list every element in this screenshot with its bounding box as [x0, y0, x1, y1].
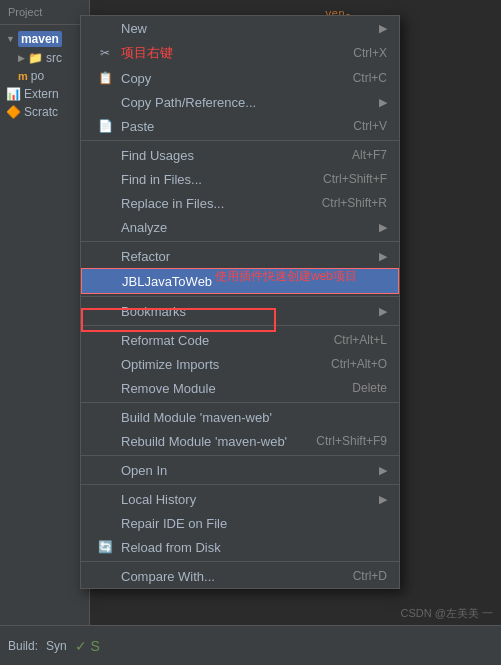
menu-item-open-in-left: Open In	[97, 462, 167, 478]
build-module-icon	[97, 409, 113, 425]
maven-label: maven	[18, 31, 62, 47]
menu-item-find-files-left: Find in Files...	[97, 171, 202, 187]
local-history-icon	[97, 491, 113, 507]
menu-item-copy-path-left: Copy Path/Reference...	[97, 94, 256, 110]
menu-item-copy-left: 📋 Copy	[97, 70, 151, 86]
bookmarks-arrow: ▶	[379, 305, 387, 318]
menu-item-optimize-left: Optimize Imports	[97, 356, 219, 372]
scratch-label: Scratc	[24, 105, 58, 119]
tree-item-extern[interactable]: 📊 Extern	[0, 85, 89, 103]
menu-item-reload[interactable]: 🔄 Reload from Disk	[81, 535, 399, 559]
menu-item-replace-files[interactable]: Replace in Files... Ctrl+Shift+R	[81, 191, 399, 215]
refactor-arrow: ▶	[379, 250, 387, 263]
separator-7	[81, 484, 399, 485]
find-usages-icon	[97, 147, 113, 163]
open-in-arrow: ▶	[379, 464, 387, 477]
menu-item-paste-label: Paste	[121, 119, 154, 134]
jbl-icon	[98, 273, 114, 289]
copy-path-icon	[97, 94, 113, 110]
menu-item-copy-path[interactable]: Copy Path/Reference... ▶	[81, 90, 399, 114]
menu-item-reformat-left: Reformat Code	[97, 332, 209, 348]
menu-item-bookmarks-label: Bookmarks	[121, 304, 186, 319]
menu-item-rename[interactable]: ✂ 项目右键 Ctrl+X	[81, 40, 399, 66]
tree-item-src[interactable]: ▶ 📁 src	[0, 49, 89, 67]
copy-icon: 📋	[97, 70, 113, 86]
menu-item-local-history[interactable]: Local History ▶	[81, 487, 399, 511]
menu-item-copy-path-label: Copy Path/Reference...	[121, 95, 256, 110]
copy-shortcut: Ctrl+C	[353, 71, 387, 85]
menu-item-rename-label: 项目右键	[121, 44, 173, 62]
cut-icon: ✂	[97, 45, 113, 61]
compare-shortcut: Ctrl+D	[353, 569, 387, 583]
menu-item-paste[interactable]: 📄 Paste Ctrl+V	[81, 114, 399, 138]
sidebar-tree: ▼ maven ▶ 📁 src m po 📊 Extern 🔶 Scratc	[0, 25, 89, 125]
menu-item-local-history-left: Local History	[97, 491, 196, 507]
build-label: Build:	[8, 639, 38, 653]
menu-item-bookmarks-left: Bookmarks	[97, 303, 186, 319]
menu-item-new-label: New	[121, 21, 147, 36]
rebuild-module-icon	[97, 433, 113, 449]
analyze-arrow: ▶	[379, 221, 387, 234]
find-usages-shortcut: Alt+F7	[352, 148, 387, 162]
remove-module-shortcut: Delete	[352, 381, 387, 395]
menu-item-find-files[interactable]: Find in Files... Ctrl+Shift+F	[81, 167, 399, 191]
scratch-icon: 🔶	[6, 105, 21, 119]
menu-item-reload-label: Reload from Disk	[121, 540, 221, 555]
sidebar-header: Project	[0, 0, 89, 25]
repair-ide-icon	[97, 515, 113, 531]
rebuild-module-shortcut: Ctrl+Shift+F9	[316, 434, 387, 448]
tree-item-pom[interactable]: m po	[0, 67, 89, 85]
menu-item-rebuild-module[interactable]: Rebuild Module 'maven-web' Ctrl+Shift+F9	[81, 429, 399, 453]
tree-item-maven[interactable]: ▼ maven	[0, 29, 89, 49]
bookmarks-icon	[97, 303, 113, 319]
menu-item-compare[interactable]: Compare With... Ctrl+D	[81, 564, 399, 588]
watermark: CSDN @左美美 一	[401, 606, 493, 621]
ide-background: Project ▼ maven ▶ 📁 src m po 📊 Extern 🔶 …	[0, 0, 501, 665]
separator-5	[81, 402, 399, 403]
menu-item-replace-files-left: Replace in Files...	[97, 195, 224, 211]
separator-2	[81, 241, 399, 242]
menu-item-build-module[interactable]: Build Module 'maven-web'	[81, 405, 399, 429]
menu-item-refactor-left: Refactor	[97, 248, 170, 264]
reload-icon: 🔄	[97, 539, 113, 555]
menu-item-rebuild-module-label: Rebuild Module 'maven-web'	[121, 434, 287, 449]
menu-item-jbl-label: JBLJavaToWeb	[122, 274, 212, 289]
menu-item-open-in-label: Open In	[121, 463, 167, 478]
menu-item-build-module-label: Build Module 'maven-web'	[121, 410, 272, 425]
menu-item-repair-ide-label: Repair IDE on File	[121, 516, 227, 531]
menu-item-remove-module-label: Remove Module	[121, 381, 216, 396]
replace-files-icon	[97, 195, 113, 211]
open-in-icon	[97, 462, 113, 478]
menu-item-reformat[interactable]: Reformat Code Ctrl+Alt+L	[81, 328, 399, 352]
menu-item-copy[interactable]: 📋 Copy Ctrl+C	[81, 66, 399, 90]
menu-item-build-module-left: Build Module 'maven-web'	[97, 409, 272, 425]
compare-icon	[97, 568, 113, 584]
paste-icon: 📄	[97, 118, 113, 134]
menu-item-open-in[interactable]: Open In ▶	[81, 458, 399, 482]
optimize-icon	[97, 356, 113, 372]
menu-item-repair-ide[interactable]: Repair IDE on File	[81, 511, 399, 535]
menu-item-remove-module[interactable]: Remove Module Delete	[81, 376, 399, 400]
menu-item-analyze-left: Analyze	[97, 219, 167, 235]
pom-label: po	[31, 69, 44, 83]
refactor-icon	[97, 248, 113, 264]
menu-item-optimize[interactable]: Optimize Imports Ctrl+Alt+O	[81, 352, 399, 376]
menu-item-bookmarks[interactable]: Bookmarks ▶	[81, 299, 399, 323]
sync-label: Syn	[46, 639, 67, 653]
menu-item-paste-left: 📄 Paste	[97, 118, 154, 134]
menu-item-replace-files-label: Replace in Files...	[121, 196, 224, 211]
optimize-shortcut: Ctrl+Alt+O	[331, 357, 387, 371]
find-files-icon	[97, 171, 113, 187]
menu-item-copy-label: Copy	[121, 71, 151, 86]
new-icon	[97, 20, 113, 36]
menu-item-new[interactable]: New ▶	[81, 16, 399, 40]
menu-item-analyze[interactable]: Analyze ▶	[81, 215, 399, 239]
menu-item-refactor-label: Refactor	[121, 249, 170, 264]
extern-label: Extern	[24, 87, 59, 101]
remove-module-icon	[97, 380, 113, 396]
menu-item-find-usages[interactable]: Find Usages Alt+F7	[81, 143, 399, 167]
tree-item-scratch[interactable]: 🔶 Scratc	[0, 103, 89, 121]
menu-item-compare-label: Compare With...	[121, 569, 215, 584]
menu-item-rebuild-module-left: Rebuild Module 'maven-web'	[97, 433, 287, 449]
menu-item-refactor[interactable]: Refactor ▶	[81, 244, 399, 268]
